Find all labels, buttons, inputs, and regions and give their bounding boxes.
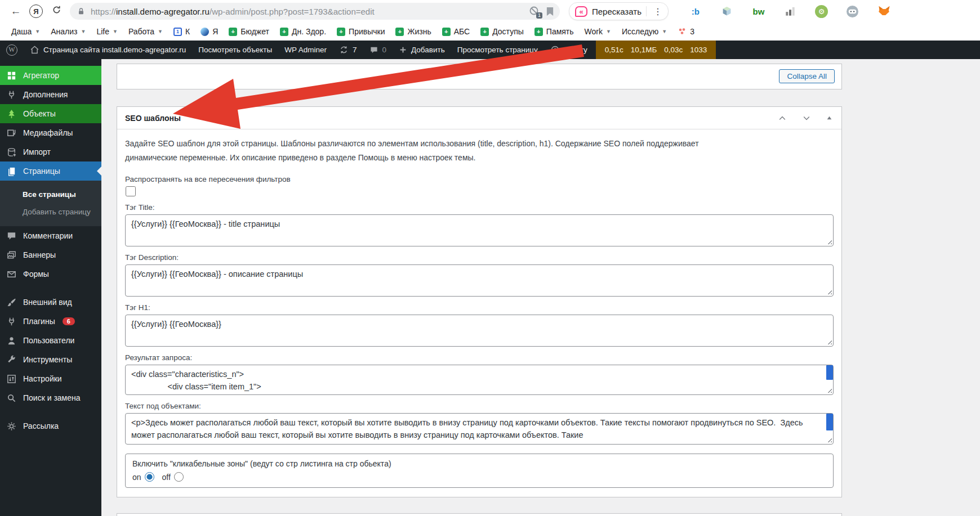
view-page-link[interactable]: Просмотреть страницу <box>451 41 544 59</box>
sidebar-item-mediafayly[interactable]: Медиафайлы <box>0 123 101 142</box>
retell-button[interactable]: « Пересказать ⋮ <box>569 2 669 20</box>
bookmark-ya-disk[interactable]: Я <box>201 27 218 36</box>
yandex-browser-icon[interactable]: Я <box>29 5 43 18</box>
move-up-icon[interactable] <box>778 114 787 123</box>
menu-separator <box>0 284 101 293</box>
bookmark-dn-zdor[interactable]: +Дн. Здор. <box>280 27 326 36</box>
history-menu[interactable]: History <box>544 41 594 59</box>
tag-description-textarea[interactable]: {{Услуги}} {{ГеоМосква}} - описание стра… <box>125 264 834 297</box>
query-monitor-badge[interactable]: 0,51с10,1МБ0,03с1033 <box>596 41 716 59</box>
sidebar-item-import[interactable]: Импорт <box>0 142 101 161</box>
blocker-icon[interactable]: 1 <box>528 5 541 17</box>
sidebar-item-kommentarii[interactable]: Комментарии <box>0 226 101 245</box>
sidebar-item-polzovateli[interactable]: Пользователи <box>0 331 101 350</box>
plug-icon <box>6 316 17 327</box>
scrollbar-thumb[interactable] <box>826 365 833 380</box>
sidebar-item-vneshniy-vid[interactable]: Внешний вид <box>0 293 101 312</box>
retell-menu-icon[interactable]: ⋮ <box>651 6 665 17</box>
collapse-all-button[interactable]: Collapse All <box>779 69 835 83</box>
toggle-panel-icon[interactable] <box>826 115 832 121</box>
bookmark-calendar[interactable]: 1К <box>173 27 190 36</box>
back-icon[interactable]: ← <box>8 5 24 17</box>
database-import-icon <box>6 147 17 158</box>
bookmark-folder-work[interactable]: Work▼ <box>585 27 611 36</box>
bookmark-folder-life[interactable]: Life▼ <box>96 27 118 36</box>
sidebar-item-obekty[interactable]: Объекты <box>0 104 101 123</box>
seo-templates-metabox: SEO шаблоны Задайте SEO шаблон для этой … <box>117 106 842 497</box>
bookmark-folder-analiz[interactable]: Анализ▼ <box>51 27 86 36</box>
sidebar-item-formy[interactable]: Формы <box>0 264 101 284</box>
retell-quote-icon: « <box>575 6 587 17</box>
blocker-badge: 1 <box>536 12 542 19</box>
spread-filters-checkbox[interactable] <box>126 186 136 196</box>
mail-icon <box>6 269 17 280</box>
tag-h1-textarea[interactable]: {{Услуги}} {{ГеоМосква}} <box>125 315 834 347</box>
chevron-down-icon: ▼ <box>606 29 611 34</box>
menu-separator <box>0 407 101 416</box>
updates-indicator[interactable]: 7 <box>333 41 363 59</box>
bookmark-byudzhet[interactable]: +Бюджет <box>229 27 269 36</box>
sidebar-item-nastroyki[interactable]: Настройки <box>0 369 101 388</box>
bookmark-dots[interactable]: 3 <box>678 27 694 36</box>
bookmark-privychki[interactable]: +Привычки <box>337 27 385 36</box>
update-icon <box>339 45 349 55</box>
sidebar-item-stranitsy[interactable]: Страницы <box>0 161 101 181</box>
bookmark-zhizn[interactable]: +Жизнь <box>395 27 431 36</box>
bottom-metabox-partial <box>117 513 842 516</box>
sidebar-item-agregator[interactable]: Агрегатор <box>0 66 101 85</box>
move-down-icon[interactable] <box>802 114 811 123</box>
bookmark-dostupy[interactable]: +Доступы <box>480 27 524 36</box>
plus-icon <box>399 46 407 54</box>
view-objects-link[interactable]: Посмотреть объекты <box>192 41 278 59</box>
gear-icon <box>6 421 17 432</box>
top-metabox-partial: Collapse All <box>117 64 842 89</box>
extension-fox-icon[interactable] <box>877 5 891 18</box>
submenu-item-add-page[interactable]: Добавить страницу <box>0 203 101 221</box>
sidebar-item-bannery[interactable]: Баннеры <box>0 245 101 264</box>
extension-gear-icon[interactable]: ⚙ <box>815 5 828 18</box>
extension-b-icon[interactable]: :b <box>689 5 702 18</box>
wp-adminer-link[interactable]: WP Adminer <box>278 41 333 59</box>
comments-indicator[interactable]: 0 <box>363 41 393 59</box>
bookmark-abs[interactable]: +АБС <box>442 27 470 36</box>
extension-robot-icon[interactable] <box>846 5 859 18</box>
tag-title-textarea[interactable]: {{Услуги}} {{ГеоМосква}} - title страниц… <box>125 214 834 246</box>
bookmark-icon[interactable] <box>546 7 554 16</box>
address-bar[interactable]: https://install.demo-agregator.ru/wp-adm… <box>70 3 560 20</box>
comment-icon <box>369 46 378 55</box>
zones-off-radio[interactable] <box>174 472 184 482</box>
extension-chart-icon[interactable] <box>783 5 797 18</box>
tree-icon <box>6 109 17 119</box>
sheet-icon: + <box>229 28 237 36</box>
chevron-down-icon: ▼ <box>158 29 163 34</box>
sidebar-item-plaginy[interactable]: Плагины 6 <box>0 312 101 331</box>
extension-bw-icon[interactable]: bw <box>752 5 765 18</box>
sidebar-item-poisk-i-zamena[interactable]: Поиск и замена <box>0 388 101 407</box>
sidebar-item-dopolneniya[interactable]: Дополнения <box>0 85 101 104</box>
site-menu[interactable]: Страница сайта install.demo-agregator.ru <box>24 41 192 59</box>
zones-on-radio[interactable] <box>145 472 154 482</box>
text-under-objects-textarea[interactable]: <p>Здесь может располагаться любой ваш т… <box>125 413 834 445</box>
query-result-textarea[interactable]: <div class="characteristics_n"> <div cla… <box>125 365 834 395</box>
extension-cube-icon[interactable] <box>720 5 734 18</box>
new-content-menu[interactable]: Добавить <box>393 41 451 59</box>
sheet-icon: + <box>395 28 404 36</box>
wp-logo-menu[interactable]: W <box>0 41 24 59</box>
plugins-count-badge: 6 <box>63 317 75 325</box>
refresh-icon[interactable] <box>48 5 64 18</box>
sidebar-item-instrumenty[interactable]: Инструменты <box>0 350 101 369</box>
radio-off-label: off <box>162 473 171 482</box>
tag-title-label: Тэг Title: <box>125 203 834 212</box>
bookmark-folder-dasha[interactable]: Даша▼ <box>11 27 40 36</box>
metabox-header[interactable]: SEO шаблоны <box>117 107 841 129</box>
text-under-objects-label: Текст под объектами: <box>125 402 834 410</box>
scrollbar-thumb[interactable] <box>826 414 833 430</box>
bookmark-folder-issleduyu[interactable]: Исследую▼ <box>622 27 667 36</box>
wp-admin-sidebar: Агрегатор Дополнения Объекты Медиафайлы … <box>0 59 101 516</box>
bookmark-pamyat[interactable]: +Память <box>534 27 574 36</box>
disk-icon <box>201 28 209 36</box>
submenu-item-all-pages[interactable]: Все страницы <box>0 186 101 203</box>
bookmark-folder-rabota[interactable]: Работа▼ <box>128 27 163 36</box>
sidebar-item-rassylka[interactable]: Рассылка <box>0 416 101 436</box>
plug-icon <box>6 89 17 100</box>
